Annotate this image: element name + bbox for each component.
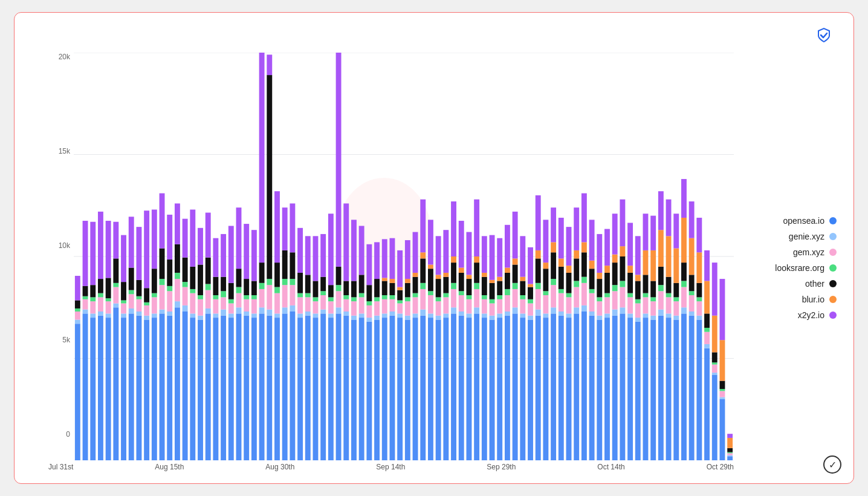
bar-segment (612, 263, 618, 285)
bar-segment (696, 301, 702, 316)
bar-segment (160, 285, 165, 309)
bar-segment (390, 295, 395, 299)
bar-segment (366, 322, 372, 460)
bar-segment (658, 291, 664, 309)
bar-segment (129, 217, 134, 267)
bar-segment (251, 299, 257, 314)
bar-segment (704, 332, 710, 344)
bar-segment (459, 316, 464, 460)
checkmark-icon: ✓ (823, 455, 841, 474)
bar-segment (236, 293, 242, 308)
bar-segment (213, 238, 218, 277)
bar-segment (704, 250, 710, 281)
bar-segment (513, 307, 518, 313)
bar-segment (581, 252, 587, 276)
bar-segment (129, 294, 134, 308)
bar-segment (90, 285, 96, 297)
bar-segment (113, 307, 118, 460)
bar-segment (513, 289, 518, 307)
bar-segment (589, 289, 595, 293)
bar-segment (175, 203, 180, 244)
bar-segment (536, 310, 541, 316)
bar-segment (152, 297, 157, 313)
bar-segment (597, 234, 602, 273)
bar-segment (136, 280, 141, 296)
bar-segment (696, 319, 702, 460)
bar-segment (228, 304, 234, 314)
bar-segment (198, 264, 203, 295)
bar-segment (689, 316, 695, 460)
bar-segment (198, 316, 203, 320)
legend-item: looksrare.org (746, 263, 837, 273)
bar-segment (420, 258, 426, 282)
bar-segment (612, 316, 618, 460)
bar-segment (635, 281, 641, 299)
bar-segment (704, 313, 710, 328)
bar-segment (351, 297, 357, 301)
bar-segment (213, 277, 218, 295)
bar-segment (282, 207, 288, 250)
bar-segment (604, 293, 610, 298)
bar-segment (106, 298, 111, 301)
bar-segment (75, 276, 80, 300)
bar-segment (704, 328, 710, 332)
bar-segment (366, 244, 372, 285)
bar-segment (443, 313, 449, 318)
bar-segment (221, 297, 226, 309)
bar-segment (359, 293, 364, 298)
bar-segment (420, 310, 426, 316)
bar-segment (121, 304, 126, 314)
bar-segment (213, 313, 218, 318)
bar-segment (320, 295, 326, 310)
bar-segment (413, 273, 418, 277)
bar-segment (581, 242, 587, 252)
bar-segment (528, 316, 533, 320)
bar-segment (581, 194, 587, 243)
bar-segment (566, 318, 572, 460)
bar-segment (643, 275, 649, 293)
bar-segment (113, 283, 118, 287)
bar-segment (566, 227, 572, 266)
bar-segment (712, 352, 717, 362)
bar-segment (320, 291, 326, 295)
bar-segment (313, 318, 319, 460)
bar-segment (183, 312, 188, 460)
bar-segment (466, 275, 471, 279)
bar-segment (290, 203, 295, 252)
bar-segment (513, 212, 518, 259)
bar-segment (397, 313, 403, 318)
bar-segment (221, 234, 226, 277)
bar-segment (451, 313, 456, 460)
bar-segment (574, 287, 579, 308)
bar-segment (113, 287, 118, 304)
bar-segment (320, 313, 326, 460)
bar-segment (497, 299, 502, 314)
bar-segment (183, 305, 188, 312)
legend-label: x2y2.io (798, 310, 824, 320)
bar-segment (727, 455, 733, 457)
bar-segment (328, 285, 334, 297)
bar-segment (650, 301, 656, 316)
bar-segment (497, 313, 502, 318)
bar-segment (175, 307, 180, 460)
bar-segment (420, 200, 426, 253)
bar-segment (451, 263, 456, 283)
bar-segment (98, 316, 103, 460)
bar-segment (482, 313, 487, 318)
bar-segment (297, 273, 303, 293)
bar-segment (236, 207, 242, 269)
bar-segment (244, 299, 249, 312)
bar-segment (689, 275, 695, 291)
bar-segment (236, 269, 242, 287)
bar-segment (83, 286, 88, 296)
bar-segment (190, 209, 195, 266)
bar-segment (436, 319, 441, 460)
bar-segment (620, 246, 625, 256)
bar-segment (536, 316, 541, 460)
bar-segment (343, 203, 349, 281)
bar-segment (727, 448, 733, 452)
bar-segment (451, 201, 456, 256)
bar-segment (297, 313, 303, 318)
bar-segment (513, 313, 518, 460)
bar-segment (681, 313, 687, 460)
